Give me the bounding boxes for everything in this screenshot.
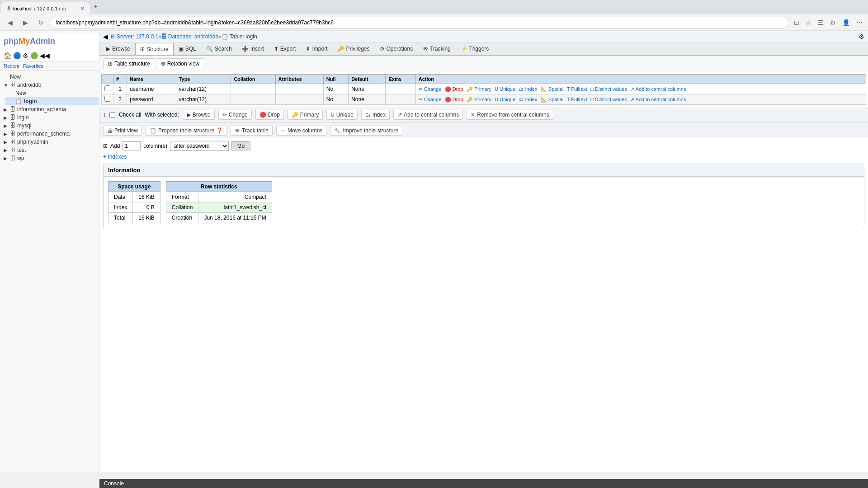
sidebar-settings-icon[interactable]: ⚙	[23, 52, 28, 59]
row2-index-link[interactable]: 🗂 Index	[519, 97, 537, 102]
recent-link[interactable]: Recent	[4, 63, 19, 69]
tab-search[interactable]: 🔍 Search	[201, 42, 237, 55]
tab-import[interactable]: ⬇ Import	[301, 42, 332, 55]
address-bar[interactable]	[50, 17, 789, 28]
more-button[interactable]: ⋯	[854, 17, 864, 28]
tree-expander-wp-icon[interactable]: ▶	[4, 156, 8, 161]
row2-fulltext-link[interactable]: T Fulltext	[567, 97, 587, 102]
tab-operations[interactable]: ⚙ Operations	[375, 42, 418, 55]
breadcrumb-database[interactable]: 🗄 Database: androiddb	[161, 33, 218, 40]
sidebar-home-icon[interactable]: 🏠	[4, 52, 11, 59]
add-position-select[interactable]: after password at the beginning at the e…	[170, 141, 229, 151]
extensions-button[interactable]: ⚙	[828, 17, 838, 28]
row2-change-link[interactable]: ✏ Change	[419, 97, 442, 103]
bookmark-button[interactable]: ☆	[804, 17, 813, 28]
sidebar-item-androiddb[interactable]: ▼ 🗄 androiddb	[0, 81, 99, 89]
indexes-link[interactable]: + Indexes	[99, 152, 130, 162]
sidebar-item-login-db[interactable]: ▶ 🗄 login	[0, 113, 99, 122]
with-selected-change[interactable]: ✏ Change	[218, 110, 252, 120]
row2-spatial-link[interactable]: 📐 Spatial	[541, 97, 564, 103]
tab-triggers[interactable]: ⚡ Triggers	[456, 42, 494, 55]
row2-unique-link[interactable]: U Unique	[495, 97, 515, 102]
tree-expander-phpmyadmin-icon[interactable]: ▶	[4, 140, 8, 145]
row2-distinct-link[interactable]: □ Distinct values	[590, 97, 627, 102]
row1-primary-link[interactable]: 🔑 Primary	[467, 86, 491, 92]
with-selected-drop[interactable]: 🔴 Drop	[255, 110, 284, 120]
back-button[interactable]: ◀	[4, 16, 16, 29]
row1-change-link[interactable]: ✏ Change	[419, 86, 442, 92]
sidebar-item-phpmyadmin[interactable]: ▶ 🗄 phpmyadmin	[0, 138, 99, 146]
tab-insert[interactable]: ➕ Insert	[237, 42, 269, 55]
forward-button[interactable]: ▶	[19, 16, 32, 29]
browser-tab[interactable]: 🗄 localhost / 127.0.0.1 / ar ✕	[0, 2, 90, 14]
sidebar-item-wp[interactable]: ▶ 🗄 wp	[0, 154, 99, 162]
with-selected-primary[interactable]: 🔑 Primary	[288, 110, 323, 120]
row1-index-link[interactable]: 🗂 Index	[519, 86, 537, 92]
with-selected-add-central[interactable]: ↗ Add to central columns	[393, 110, 463, 120]
tree-expander-androiddb-icon[interactable]: ▼	[4, 83, 8, 88]
row1-fulltext-link[interactable]: T Fulltext	[567, 86, 587, 92]
row1-add-central-link[interactable]: ↗ Add to central columns	[630, 86, 686, 92]
row1-spatial-link[interactable]: 📐 Spatial	[541, 86, 564, 92]
tab-structure[interactable]: ⊞ Structure	[135, 43, 174, 55]
sidebar-toggle-button[interactable]: ⊡	[792, 17, 801, 28]
row1-checkbox[interactable]	[104, 85, 110, 91]
sidebar-refresh-icon[interactable]: 🔵	[13, 52, 21, 59]
add-columns-input[interactable]	[123, 141, 141, 150]
improve-structure-button[interactable]: 🔧 Improve table structure	[330, 126, 402, 136]
sub-tab-table-structure[interactable]: ⊞ Table structure	[103, 58, 155, 69]
tab-tracking[interactable]: 👁 Tracking	[418, 42, 456, 55]
sidebar-item-performance-schema[interactable]: ▶ 🗄 performance_schema	[0, 130, 99, 138]
account-button[interactable]: 👤	[840, 17, 852, 28]
row1-distinct-link[interactable]: □ Distinct values	[590, 86, 627, 92]
sub-tab-relation-view[interactable]: ⊕ Relation view	[156, 58, 204, 69]
tab-privileges[interactable]: 🔑 Privileges	[332, 42, 374, 55]
tab-browse[interactable]: ▶ Browse	[101, 42, 135, 55]
sidebar-item-new-androiddb[interactable]: New	[5, 89, 99, 97]
row2-checkbox[interactable]	[104, 96, 110, 102]
print-view-button[interactable]: 🖨 Print view	[103, 126, 142, 136]
with-selected-browse[interactable]: ▶ Browse	[183, 110, 215, 120]
sidebar-item-mysql[interactable]: ▶ 🗄 mysql	[0, 122, 99, 130]
main-layout: phpMyAdmin 🏠 🔵 ⚙ 🟢 ◀◀ Recent Favorites N…	[0, 31, 868, 472]
row1-drop-link[interactable]: 🔴 Drop	[445, 86, 463, 92]
reload-button[interactable]: ↻	[34, 16, 47, 29]
new-tab-button[interactable]: +	[90, 2, 101, 14]
breadcrumb-server[interactable]: 🖥 Server: 127.0.0.1	[110, 33, 158, 40]
breadcrumb-bar: ◀ 🖥 Server: 127.0.0.1 » 🗄 Database: andr…	[99, 31, 868, 42]
tree-expander-logindb-icon[interactable]: ▶	[4, 115, 8, 120]
row1-unique-link[interactable]: U Unique	[495, 86, 515, 92]
tree-expander-test-icon[interactable]: ▶	[4, 148, 8, 153]
row2-drop-link[interactable]: 🔴 Drop	[445, 97, 463, 103]
move-columns-button[interactable]: ↔ Move columns	[276, 126, 326, 136]
check-all-checkbox[interactable]	[109, 112, 115, 118]
sidebar-item-information-schema[interactable]: ▶ 🗄 information_schema	[0, 105, 99, 113]
sidebar-collapse-icon[interactable]: ◀◀	[40, 52, 50, 59]
tab-sql[interactable]: ▣ SQL	[174, 42, 201, 55]
sidebar-item-new-root[interactable]: New	[0, 73, 99, 81]
tree-expander-infoschema-icon[interactable]: ▶	[4, 107, 8, 112]
breadcrumb-collapse-icon[interactable]: ◀	[103, 33, 108, 40]
row2-add-central-link[interactable]: ↗ Add to central columns	[630, 97, 686, 103]
triggers-tab-label: Triggers	[469, 46, 489, 52]
sidebar-item-test[interactable]: ▶ 🗄 test	[0, 146, 99, 154]
row2-primary-link[interactable]: 🔑 Primary	[467, 97, 491, 103]
track-table-button[interactable]: 👁 Track table	[231, 126, 273, 136]
table-row: 1 username varchar(12) No None ✏ Change …	[102, 84, 866, 94]
sidebar-help-icon[interactable]: 🟢	[30, 52, 38, 59]
with-selected-unique[interactable]: U Unique	[326, 110, 358, 120]
with-selected-remove-central[interactable]: ✕ Remove from central columns	[467, 110, 553, 120]
breadcrumb-settings-icon[interactable]: ⚙	[859, 33, 864, 40]
tree-expander-perfschema-icon[interactable]: ▶	[4, 131, 8, 136]
sidebar-item-login[interactable]: 📋 login	[5, 97, 99, 105]
favorites-link[interactable]: Favorites	[23, 63, 43, 69]
menu-button[interactable]: ☰	[816, 17, 826, 28]
mysql-label: mysql	[17, 122, 31, 129]
go-button[interactable]: Go	[231, 141, 250, 150]
tab-close-button[interactable]: ✕	[80, 5, 85, 12]
tab-export[interactable]: ⬆ Export	[269, 42, 301, 55]
total-value: 16 KiB	[133, 213, 160, 223]
propose-structure-button[interactable]: 📋 Propose table structure ❓	[146, 126, 227, 136]
tree-expander-mysql-icon[interactable]: ▶	[4, 123, 8, 128]
with-selected-index[interactable]: 🗂 Index	[361, 110, 390, 120]
